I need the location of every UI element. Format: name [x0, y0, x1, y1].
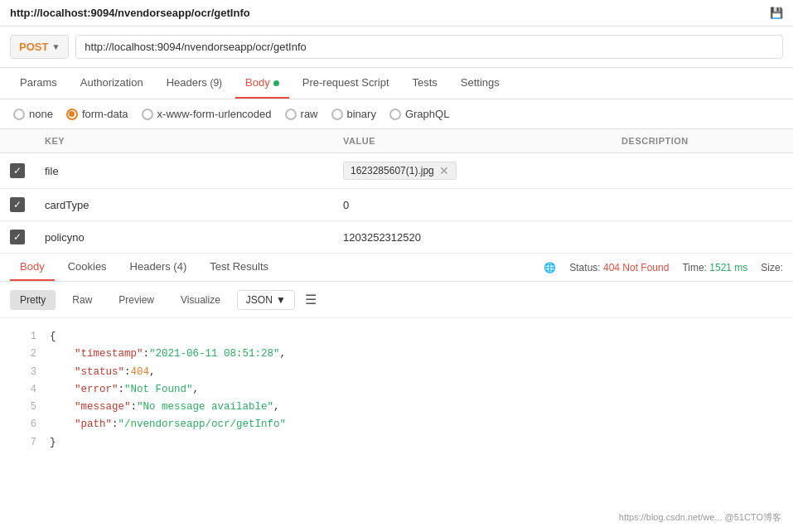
chevron-down-icon: ▼ — [51, 42, 60, 51]
json-line-5: 5 "message": "No message available", — [0, 399, 793, 416]
response-tabs: Body Cookies Headers (4) Test Results 🌐 … — [0, 254, 793, 282]
col-checkbox — [0, 129, 35, 153]
desc-cardtype — [612, 189, 793, 221]
checkbox-file[interactable]: ✓ — [10, 163, 25, 178]
radio-raw[interactable]: raw — [285, 108, 318, 120]
request-tabs: Params Authorization Headers (9) Body Pr… — [0, 68, 793, 99]
json-line-7: 7 } — [0, 434, 793, 452]
tab-params[interactable]: Params — [10, 68, 67, 99]
radio-circle-binary — [331, 109, 343, 120]
json-line-4: 4 "error": "Not Found", — [0, 381, 793, 399]
save-icon[interactable]: 💾 — [770, 7, 783, 19]
response-tab-test-results[interactable]: Test Results — [200, 254, 278, 281]
key-policyno: policyno — [35, 221, 333, 254]
radio-circle-none — [13, 109, 25, 120]
radio-circle-raw — [285, 109, 297, 120]
format-raw[interactable]: Raw — [62, 290, 102, 310]
time-value: 1521 ms — [709, 262, 747, 273]
file-badge: 1623285607(1).jpg ✕ — [343, 162, 457, 180]
response-status: 🌐 Status: 404 Not Found Time: 1521 ms Si… — [544, 262, 783, 273]
table-row: ✓ cardType 0 — [0, 189, 793, 221]
desc-file — [612, 153, 793, 189]
status-value: 404 Not Found — [603, 262, 669, 273]
request-bar: POST ▼ — [0, 27, 793, 68]
format-preview[interactable]: Preview — [109, 290, 164, 310]
response-tab-body[interactable]: Body — [10, 254, 55, 281]
table-row: ✓ file 1623285607(1).jpg ✕ — [0, 153, 793, 189]
format-pretty[interactable]: Pretty — [10, 290, 56, 310]
desc-policyno — [612, 221, 793, 254]
url-input[interactable] — [75, 35, 783, 59]
response-tab-headers[interactable]: Headers (4) — [120, 254, 197, 281]
method-label: POST — [19, 41, 48, 53]
body-dot — [273, 80, 279, 86]
tab-tests[interactable]: Tests — [403, 68, 447, 99]
radio-circle-form-data — [66, 109, 78, 120]
json-format-select[interactable]: JSON ▼ — [237, 290, 295, 310]
title-bar: http://localhost:9094/nvendorseapp/ocr/g… — [0, 0, 793, 27]
radio-form-data[interactable]: form-data — [66, 108, 128, 120]
json-line-3: 3 "status": 404, — [0, 364, 793, 381]
tab-body[interactable]: Body — [235, 68, 289, 99]
body-type-row: none form-data x-www-form-urlencoded raw… — [0, 99, 793, 129]
tab-authorization[interactable]: Authorization — [70, 68, 153, 99]
radio-binary[interactable]: binary — [331, 108, 376, 120]
title-bar-url: http://localhost:9094/nvendorseapp/ocr/g… — [10, 7, 250, 19]
col-key: KEY — [35, 129, 333, 153]
key-file: file — [35, 153, 333, 189]
radio-urlencoded[interactable]: x-www-form-urlencoded — [142, 108, 272, 120]
json-line-1: 1 { — [0, 328, 793, 346]
checkbox-policyno[interactable]: ✓ — [10, 230, 25, 244]
format-visualize[interactable]: Visualize — [171, 290, 230, 310]
json-line-2: 2 "timestamp": "2021-06-11 08:51:28", — [0, 346, 793, 363]
col-description: DESCRIPTION — [612, 129, 793, 153]
radio-circle-urlencoded — [142, 109, 153, 120]
radio-circle-graphql — [389, 109, 401, 120]
filter-icon[interactable]: ☰ — [302, 288, 320, 311]
json-viewer: 1 { 2 "timestamp": "2021-06-11 08:51:28"… — [0, 318, 793, 462]
remove-file-icon[interactable]: ✕ — [439, 164, 449, 177]
table-row: ✓ policyno 1203252312520 — [0, 221, 793, 254]
form-table: KEY VALUE DESCRIPTION ✓ file 1623285607(… — [0, 129, 793, 254]
chevron-down-icon: ▼ — [276, 294, 286, 306]
key-cardtype: cardType — [35, 189, 333, 221]
value-policyno: 1203252312520 — [333, 221, 612, 254]
col-value: VALUE — [333, 129, 612, 153]
method-select[interactable]: POST ▼ — [10, 35, 69, 59]
response-tab-cookies[interactable]: Cookies — [58, 254, 117, 281]
format-bar: Pretty Raw Preview Visualize JSON ▼ ☰ — [0, 282, 793, 318]
tab-pre-request[interactable]: Pre-request Script — [293, 68, 399, 99]
value-file: 1623285607(1).jpg ✕ — [333, 153, 612, 189]
value-cardtype: 0 — [333, 189, 612, 221]
checkbox-cardtype[interactable]: ✓ — [10, 197, 25, 212]
radio-none[interactable]: none — [13, 108, 53, 120]
radio-graphql[interactable]: GraphQL — [389, 108, 449, 120]
tab-settings[interactable]: Settings — [451, 68, 510, 99]
tab-headers[interactable]: Headers (9) — [157, 68, 232, 99]
json-line-6: 6 "path": "/nvendorseapp/ocr/getInfo" — [0, 416, 793, 433]
